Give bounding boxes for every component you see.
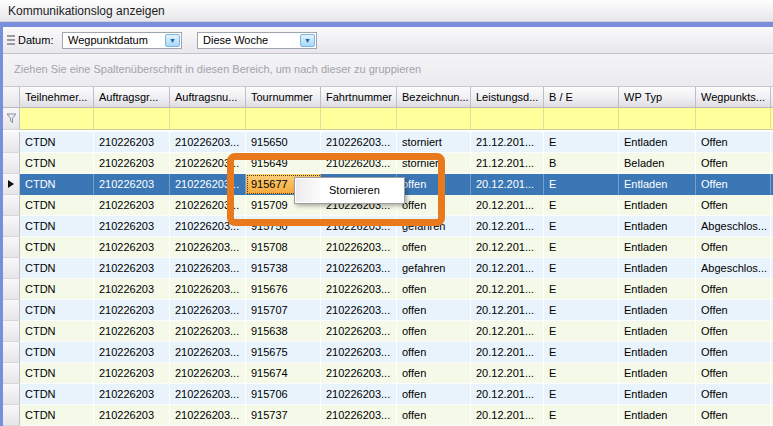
cell-wp-typ[interactable]: Entladen [619,321,696,342]
cell-tournummer[interactable]: 915707 [246,300,321,321]
table-row[interactable]: CTDN210226203210226203...915737210226203… [3,405,773,426]
cell-teilnehmer[interactable]: CTDN [20,216,94,237]
cell-wegpunktstatus[interactable]: Abgeschlos... [696,258,771,279]
cell-teilnehmer[interactable]: CTDN [20,300,94,321]
cell-wp-typ[interactable]: Entladen [619,216,696,237]
cell-fahrtnummer[interactable]: 210226203... [321,384,397,405]
cell-tournummer[interactable]: 915674 [246,363,321,384]
cell-auftragsgruppe[interactable]: 210226203 [94,237,170,258]
cell-leistungsdatum[interactable]: 20.12.201... [471,174,544,195]
row-indicator-cell[interactable] [3,384,20,405]
cell-teilnehmer[interactable]: CTDN [20,384,94,405]
cell-teilnehmer[interactable]: CTDN [20,321,94,342]
column-header-leistungsdatum[interactable]: Leistungsd... [471,86,544,108]
cell-leistungsdatum[interactable]: 20.12.201... [471,342,544,363]
column-header-wp-typ[interactable]: WP Typ [619,86,696,108]
cell-teilnehmer[interactable]: CTDN [20,342,94,363]
cell-leistungsdatum[interactable]: 20.12.201... [471,405,544,426]
cell-wegpunktstatus[interactable]: Offen [696,405,771,426]
row-indicator-cell[interactable] [3,405,20,426]
cell-teilnehmer[interactable]: CTDN [20,279,94,300]
cell-teilnehmer[interactable]: CTDN [20,258,94,279]
cell-auftragsnummer[interactable]: 210226203... [170,195,246,216]
cell-fahrtnummer[interactable]: 210226203... [321,237,397,258]
table-row[interactable]: CTDN210226203210226203...915675210226203… [3,342,773,363]
cell-wegpunktstatus[interactable]: Offen [696,195,771,216]
cell-b-e[interactable]: E [544,300,619,321]
cell-teilnehmer[interactable]: CTDN [20,153,94,174]
filter-cell-wp-typ[interactable] [619,108,696,130]
cell-auftragsgruppe[interactable]: 210226203 [94,363,170,384]
cell-leistungsdatum[interactable]: 20.12.201... [471,195,544,216]
column-header-teilnehmer[interactable]: Teilnehmer... [20,86,94,108]
cell-teilnehmer[interactable]: CTDN [20,363,94,384]
table-row[interactable]: CTDN210226203210226203...915708210226203… [3,237,773,258]
cell-leistungsdatum[interactable]: 20.12.201... [471,300,544,321]
cell-tournummer[interactable]: 915649 [246,153,321,174]
column-header-fahrtnummer[interactable]: Fahrtnummer [321,86,397,108]
filter-cell-wegpunktstatus[interactable] [696,108,771,130]
cell-leistungsdatum[interactable]: 20.12.201... [471,384,544,405]
cell-fahrtnummer[interactable]: 210226203... [321,132,397,153]
table-row[interactable]: CTDN210226203210226203...915674210226203… [3,363,773,384]
cell-fahrtnummer[interactable]: 210226203... [321,216,397,237]
row-indicator-cell[interactable] [3,258,20,279]
filter-cell-tournummer[interactable] [246,108,321,130]
cell-leistungsdatum[interactable]: 20.12.201... [471,237,544,258]
cell-teilnehmer[interactable]: CTDN [20,174,94,195]
row-indicator-cell[interactable] [3,153,20,174]
cell-teilnehmer[interactable]: CTDN [20,195,94,216]
cell-auftragsnummer[interactable]: 210226203... [170,174,246,195]
column-header-auftragsnummer[interactable]: Auftragsnu... [170,86,246,108]
cell-tournummer[interactable]: 915737 [246,405,321,426]
cell-wp-typ[interactable]: Entladen [619,342,696,363]
cell-fahrtnummer[interactable]: 210226203... [321,363,397,384]
cell-auftragsnummer[interactable]: 210226203... [170,216,246,237]
cell-auftragsnummer[interactable]: 210226203... [170,363,246,384]
cell-b-e[interactable]: E [544,405,619,426]
cell-tournummer[interactable]: 915750 [246,216,321,237]
cell-b-e[interactable]: E [544,195,619,216]
cell-auftragsnummer[interactable]: 210226203... [170,258,246,279]
filter-cell-auftragsnummer[interactable] [170,108,246,130]
cell-teilnehmer[interactable]: CTDN [20,132,94,153]
filter-cell-leistungsdatum[interactable] [471,108,544,130]
cell-wp-typ[interactable]: Entladen [619,405,696,426]
row-indicator-cell[interactable] [3,321,20,342]
cell-auftragsgruppe[interactable]: 210226203 [94,132,170,153]
cell-auftragsgruppe[interactable]: 210226203 [94,384,170,405]
table-row[interactable]: CTDN210226203210226203...915638210226203… [3,321,773,342]
filter-cell-teilnehmer[interactable] [20,108,94,130]
cell-wp-typ[interactable]: Entladen [619,258,696,279]
cell-bezeichnung[interactable]: offen [397,279,471,300]
filter-cell-auftragsgruppe[interactable] [94,108,170,130]
cell-auftragsnummer[interactable]: 210226203... [170,321,246,342]
column-header-b-e[interactable]: B / E [544,86,619,108]
row-indicator-cell[interactable] [3,195,20,216]
cell-wegpunktstatus[interactable]: Offen [696,363,771,384]
cell-b-e[interactable]: E [544,279,619,300]
row-indicator-cell[interactable] [3,132,20,153]
cell-bezeichnung[interactable]: offen [397,300,471,321]
cell-auftragsgruppe[interactable]: 210226203 [94,405,170,426]
cell-auftragsgruppe[interactable]: 210226203 [94,195,170,216]
cell-bezeichnung[interactable]: storniert [397,132,471,153]
cell-auftragsnummer[interactable]: 210226203... [170,132,246,153]
date-range-combobox[interactable]: Diese Woche ▼ [197,32,317,49]
cell-auftragsgruppe[interactable]: 210226203 [94,279,170,300]
cell-teilnehmer[interactable]: CTDN [20,237,94,258]
cell-tournummer[interactable]: 915650 [246,132,321,153]
cell-b-e[interactable]: E [544,321,619,342]
cell-bezeichnung[interactable]: storniert [397,153,471,174]
cell-tournummer[interactable]: 915738 [246,258,321,279]
cell-leistungsdatum[interactable]: 21.12.201... [471,153,544,174]
cell-wegpunktstatus[interactable]: Offen [696,279,771,300]
cell-bezeichnung[interactable]: offen [397,384,471,405]
cell-fahrtnummer[interactable]: 210226203... [321,258,397,279]
cell-b-e[interactable]: E [544,174,619,195]
cell-b-e[interactable]: B [544,153,619,174]
row-indicator-cell[interactable] [3,363,20,384]
cell-leistungsdatum[interactable]: 20.12.201... [471,363,544,384]
cell-auftragsgruppe[interactable]: 210226203 [94,258,170,279]
context-menu-item-stornieren[interactable]: Stornieren [329,178,380,203]
